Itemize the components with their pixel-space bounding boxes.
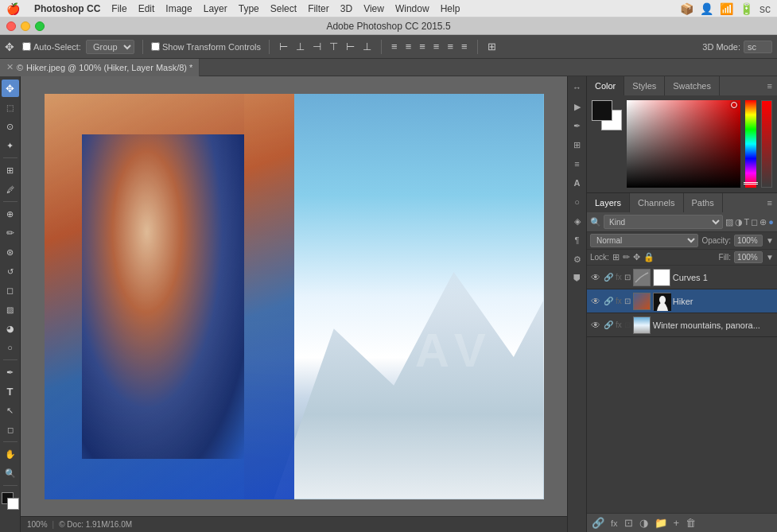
lasso-tool[interactable]: ⊙ bbox=[2, 118, 19, 135]
app-name-menu[interactable]: Photoshop CC bbox=[34, 3, 100, 14]
mini-tool-gear[interactable]: ⚙ bbox=[569, 251, 585, 267]
menu-type[interactable]: Type bbox=[239, 3, 259, 14]
mini-tool-circle[interactable]: ○ bbox=[569, 194, 585, 210]
hue-strip[interactable] bbox=[745, 100, 756, 188]
tab-swatches[interactable]: Swatches bbox=[665, 76, 720, 95]
add-group-btn[interactable]: 📁 bbox=[655, 517, 667, 529]
tab-paths[interactable]: Paths bbox=[684, 193, 723, 212]
mini-tool-1[interactable]: ↔ bbox=[569, 80, 585, 95]
mini-tool-5[interactable]: ≡ bbox=[569, 156, 585, 172]
delete-layer-btn[interactable]: 🗑 bbox=[686, 517, 696, 529]
layer-link-mountains[interactable]: 🔗 bbox=[604, 320, 613, 329]
layer-mask-curves[interactable]: ⊡ bbox=[624, 273, 631, 282]
gradient-tool[interactable]: ▨ bbox=[2, 301, 19, 318]
distribute-bottom-icon[interactable]: ≡ bbox=[460, 41, 469, 52]
marquee-tool[interactable]: ⬚ bbox=[2, 99, 19, 116]
clone-tool[interactable]: ⊛ bbox=[2, 243, 19, 261]
fg-color-swatch[interactable] bbox=[592, 100, 612, 121]
show-transform-checkbox[interactable] bbox=[151, 42, 160, 51]
layer-fx-hiker[interactable]: fx bbox=[616, 297, 622, 305]
menu-select[interactable]: Select bbox=[270, 3, 297, 14]
eyedropper-tool[interactable]: 🖉 bbox=[2, 181, 19, 198]
hand-tool[interactable]: ✋ bbox=[2, 445, 19, 463]
menu-view[interactable]: View bbox=[363, 3, 384, 14]
maximize-button[interactable] bbox=[35, 21, 45, 31]
mini-tool-4[interactable]: ⊞ bbox=[569, 137, 585, 153]
mini-tool-shield[interactable]: ⛊ bbox=[569, 270, 585, 286]
eraser-tool[interactable]: ◻ bbox=[2, 282, 19, 299]
zoom-tool[interactable]: 🔍 bbox=[2, 464, 19, 482]
new-layer-btn[interactable]: + bbox=[674, 517, 680, 529]
document-tab[interactable]: ✕ © Hiker.jpeg @ 100% (Hiker, Layer Mask… bbox=[0, 59, 200, 76]
align-right-icon[interactable]: ⊣ bbox=[311, 41, 323, 52]
layer-row-hiker[interactable]: 👁 🔗 fx ⊡ Hiker bbox=[587, 289, 777, 313]
layer-link-hiker[interactable]: 🔗 bbox=[604, 297, 613, 305]
layer-mask-icon-mountains[interactable]: ⊡ bbox=[624, 320, 631, 329]
close-button[interactable] bbox=[6, 21, 16, 31]
distribute-center-v-icon[interactable]: ≡ bbox=[445, 41, 455, 52]
text-tool[interactable]: T bbox=[2, 382, 19, 400]
tab-channels[interactable]: Channels bbox=[630, 193, 683, 212]
apple-menu[interactable]: 🍎 bbox=[6, 2, 20, 15]
opacity-field[interactable] bbox=[734, 235, 763, 247]
add-mask-btn[interactable]: ⊡ bbox=[624, 517, 633, 529]
menu-window[interactable]: Window bbox=[395, 3, 429, 14]
fill-arrow[interactable]: ▼ bbox=[766, 253, 774, 262]
menu-image[interactable]: Image bbox=[165, 3, 192, 14]
dodge-tool[interactable]: ○ bbox=[2, 339, 19, 356]
layer-eye-hiker[interactable]: 👁 bbox=[590, 296, 601, 307]
tab-close-icon[interactable]: ✕ bbox=[6, 62, 14, 72]
menu-layer[interactable]: Layer bbox=[204, 3, 227, 14]
layers-panel-menu[interactable]: ≡ bbox=[763, 198, 777, 208]
canvas-content[interactable]: AV bbox=[21, 76, 567, 516]
layer-eye-curves[interactable]: 👁 bbox=[590, 272, 601, 283]
alpha-strip[interactable] bbox=[761, 100, 772, 188]
magic-wand-tool[interactable]: ✦ bbox=[2, 137, 19, 154]
mini-tool-2[interactable]: ▶ bbox=[569, 99, 585, 115]
color-gradient-picker[interactable] bbox=[627, 100, 740, 188]
blend-mode-select[interactable]: Normal Dissolve Multiply Screen Overlay bbox=[590, 234, 698, 247]
menu-file[interactable]: File bbox=[111, 3, 126, 14]
layer-row-curves[interactable]: 👁 🔗 fx ⊡ Curves 1 bbox=[587, 266, 777, 289]
layer-eye-mountains[interactable]: 👁 bbox=[590, 320, 601, 331]
color-panel-menu[interactable]: ≡ bbox=[763, 81, 777, 91]
align-top-icon[interactable]: ⊤ bbox=[328, 41, 340, 52]
path-selection-tool[interactable]: ↖ bbox=[2, 402, 19, 419]
brush-tool[interactable]: ✏ bbox=[2, 224, 19, 242]
menu-filter[interactable]: Filter bbox=[308, 3, 329, 14]
crop-tool[interactable]: ⊞ bbox=[2, 161, 19, 179]
lock-position-icon[interactable]: ✥ bbox=[633, 252, 640, 262]
mini-tool-text[interactable]: A bbox=[569, 175, 585, 191]
filter-toggle[interactable]: ● bbox=[768, 217, 774, 227]
shape-tool[interactable]: ◻ bbox=[2, 421, 19, 438]
filter-text-icon[interactable]: T bbox=[744, 217, 750, 227]
healing-tool[interactable]: ⊕ bbox=[2, 205, 19, 223]
move-tool[interactable]: ✥ bbox=[2, 80, 19, 97]
align-center-h-icon[interactable]: ⊥ bbox=[294, 41, 306, 52]
filter-pixel-icon[interactable]: ▨ bbox=[725, 217, 733, 227]
layer-link-curves[interactable]: 🔗 bbox=[604, 273, 613, 282]
background-color[interactable] bbox=[7, 498, 19, 510]
history-brush-tool[interactable]: ↺ bbox=[2, 262, 19, 280]
distribute-right-icon[interactable]: ≡ bbox=[418, 41, 427, 52]
align-bottom-icon[interactable]: ⊥ bbox=[361, 41, 373, 52]
layer-mask-icon-hiker[interactable]: ⊡ bbox=[624, 297, 631, 305]
tab-color[interactable]: Color bbox=[587, 76, 624, 95]
distribute-left-icon[interactable]: ≡ bbox=[390, 41, 399, 52]
filter-smart-icon[interactable]: ⊕ bbox=[760, 217, 767, 227]
distribute-top-icon[interactable]: ≡ bbox=[432, 41, 441, 52]
pen-tool[interactable]: ✒ bbox=[2, 363, 19, 381]
lock-all-icon[interactable]: 🔒 bbox=[643, 252, 655, 262]
layer-kind-select[interactable]: Kind Name Effect Mode Attribute Color Sm… bbox=[604, 215, 723, 229]
distribute-center-h-icon[interactable]: ≡ bbox=[404, 41, 414, 52]
filter-adjustment-icon[interactable]: ◑ bbox=[735, 217, 743, 227]
lock-image-icon[interactable]: ✏ bbox=[623, 252, 630, 262]
add-adjustment-btn[interactable]: ◑ bbox=[639, 517, 648, 529]
auto-select-checkbox[interactable] bbox=[22, 42, 31, 51]
layer-row-mountains[interactable]: 👁 🔗 fx ⊡ Winter mountains, panora... bbox=[587, 313, 777, 337]
filter-shape-icon[interactable]: ◻ bbox=[751, 217, 758, 227]
align-left-icon[interactable]: ⊢ bbox=[278, 41, 289, 52]
menu-help[interactable]: Help bbox=[441, 3, 460, 14]
auto-select-dropdown[interactable]: Group Layer bbox=[86, 40, 134, 54]
mini-tool-pen[interactable]: ✒ bbox=[569, 118, 585, 134]
